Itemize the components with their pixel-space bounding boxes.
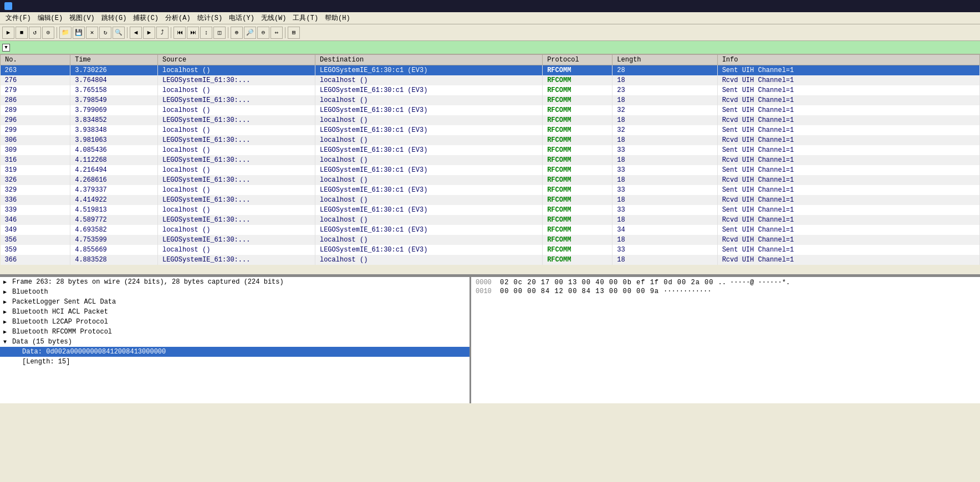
resize-cols-button[interactable]: ⇔ (270, 27, 283, 39)
close-file-button[interactable]: ✕ (86, 27, 98, 39)
menu-item-help[interactable]: 帮助(H) (321, 12, 354, 24)
detail-row-hci-acl[interactable]: ▶Bluetooth HCI ACL Packet (0, 307, 469, 317)
table-cell-time: 3.764804 (70, 75, 158, 85)
go-back-button[interactable]: ◀ (130, 27, 142, 39)
col-header-info[interactable]: Info (717, 55, 979, 65)
table-cell-destination: LEGOSystemIE_61:30:c1 (EV3) (315, 85, 542, 95)
menu-item-phone[interactable]: 电话(Y) (226, 12, 258, 24)
table-cell-length: 33 (612, 145, 717, 155)
capture-options-button[interactable]: ⊙ (42, 27, 54, 39)
table-cell-length: 33 (612, 245, 717, 255)
table-row[interactable]: 2863.798549LEGOSystemIE_61:30:...localho… (1, 95, 980, 105)
detail-row-rfcomm[interactable]: ▶Bluetooth RFCOMM Protocol (0, 327, 469, 337)
table-row[interactable]: 2993.938348localhost ()LEGOSystemIE_61:3… (1, 125, 980, 135)
stop-capture-button[interactable]: ■ (16, 27, 28, 39)
table-cell-time: 4.085436 (70, 145, 158, 155)
toolbar-separator (285, 27, 285, 38)
table-row[interactable]: 3464.589772LEGOSystemIE_61:30:...localho… (1, 215, 980, 225)
table-row[interactable]: 3494.693582localhost ()LEGOSystemIE_61:3… (1, 225, 980, 235)
save-file-button[interactable]: 💾 (73, 27, 85, 39)
table-row[interactable]: 3594.855669localhost ()LEGOSystemIE_61:3… (1, 245, 980, 255)
table-cell-protocol: RFCOMM (543, 235, 612, 245)
menu-item-goto[interactable]: 跳转(G) (98, 12, 130, 24)
table-row[interactable]: 3264.268616LEGOSystemIE_61:30:...localho… (1, 175, 980, 185)
table-row[interactable]: 3394.519813localhost ()LEGOSystemIE_61:3… (1, 205, 980, 215)
table-cell-time: 4.379337 (70, 185, 158, 195)
first-packet-button[interactable]: ⏮ (173, 27, 186, 39)
detail-row-data-value[interactable]: Data: 0d002a000000008412008413000000 (0, 347, 469, 357)
detail-arrow-rfcomm: ▶ (3, 329, 10, 335)
col-header-length[interactable]: Length (612, 55, 717, 65)
table-row[interactable]: 2893.799069localhost ()LEGOSystemIE_61:3… (1, 105, 980, 115)
zoom-out-button[interactable]: ⊖ (257, 27, 269, 39)
col-header-destination[interactable]: Destination (315, 55, 542, 65)
table-cell-length: 18 (612, 95, 717, 105)
table-cell-destination: localhost () (315, 95, 542, 105)
menu-item-view[interactable]: 视图(V) (66, 12, 98, 24)
table-cell-no: 349 (1, 225, 70, 235)
table-row[interactable]: 3164.112268LEGOSystemIE_61:30:...localho… (1, 155, 980, 165)
menu-item-stats[interactable]: 统计(S) (194, 12, 226, 24)
table-row[interactable]: 3364.414922LEGOSystemIE_61:30:...localho… (1, 195, 980, 205)
table-cell-time: 4.519813 (70, 205, 158, 215)
hex-pane[interactable]: 000002 0c 20 17 00 13 00 40 00 0b ef 1f … (471, 277, 980, 403)
table-row[interactable]: 2793.765158localhost ()LEGOSystemIE_61:3… (1, 85, 980, 95)
table-row[interactable]: 3094.085436localhost ()LEGOSystemIE_61:3… (1, 145, 980, 155)
table-row[interactable]: 2763.764804LEGOSystemIE_61:30:...localho… (1, 75, 980, 85)
table-cell-protocol: RFCOMM (543, 185, 612, 195)
table-row[interactable]: 3564.753599LEGOSystemIE_61:30:...localho… (1, 235, 980, 245)
expand-all-button[interactable]: ⊞ (288, 27, 300, 39)
table-row[interactable]: 2633.730226localhost ()LEGOSystemIE_61:3… (1, 65, 980, 75)
table-cell-destination: localhost () (315, 195, 542, 205)
start-capture-button[interactable]: ▶ (2, 27, 14, 39)
detail-row-bluetooth[interactable]: ▶Bluetooth (0, 287, 469, 297)
coloring-button[interactable]: ◫ (213, 27, 226, 39)
hex-row-0: 000002 0c 20 17 00 13 00 40 00 0b ef 1f … (473, 278, 978, 287)
table-cell-protocol: RFCOMM (543, 125, 612, 135)
table-cell-length: 34 (612, 225, 717, 235)
table-cell-time: 3.799069 (70, 105, 158, 115)
detail-row-data-section[interactable]: ▼Data (15 bytes) (0, 337, 469, 347)
zoom-in-button[interactable]: ⊕ (231, 27, 243, 39)
table-row[interactable]: 3664.883528LEGOSystemIE_61:30:...localho… (1, 255, 980, 265)
table-cell-info: Sent UIH Channel=1 (717, 145, 979, 155)
auto-scroll-button[interactable]: ↕ (200, 27, 212, 39)
packet-table-container[interactable]: No. Time Source Destination Protocol Len… (0, 54, 980, 276)
table-cell-source: localhost () (157, 165, 315, 175)
goto-packet-button[interactable]: ⤴ (156, 27, 169, 39)
table-row[interactable]: 3294.379337localhost ()LEGOSystemIE_61:3… (1, 185, 980, 195)
zoom-reset-button[interactable]: 🔎 (244, 27, 256, 39)
col-header-protocol[interactable]: Protocol (543, 55, 612, 65)
go-forward-button[interactable]: ▶ (143, 27, 155, 39)
detail-row-frame[interactable]: ▶Frame 263: 28 bytes on wire (224 bits),… (0, 277, 469, 287)
menu-item-edit[interactable]: 编辑(E) (34, 12, 67, 24)
table-row[interactable]: 3063.981063LEGOSystemIE_61:30:...localho… (1, 135, 980, 145)
col-header-no[interactable]: No. (1, 55, 70, 65)
detail-row-l2cap[interactable]: ▶Bluetooth L2CAP Protocol (0, 317, 469, 327)
col-header-source[interactable]: Source (157, 55, 315, 65)
table-cell-no: 366 (1, 255, 70, 265)
last-packet-button[interactable]: ⏭ (187, 27, 199, 39)
restart-capture-button[interactable]: ↺ (29, 27, 41, 39)
menu-item-analyze[interactable]: 分析(A) (162, 12, 194, 24)
table-cell-no: 263 (1, 65, 70, 75)
table-row[interactable]: 3194.216494localhost ()LEGOSystemIE_61:3… (1, 165, 980, 175)
find-packet-button[interactable]: 🔍 (113, 27, 125, 39)
menu-item-tools[interactable]: 工具(T) (289, 12, 321, 24)
table-cell-destination: localhost () (315, 235, 542, 245)
table-row[interactable]: 2963.834852LEGOSystemIE_61:30:...localho… (1, 115, 980, 125)
detail-pane[interactable]: ▶Frame 263: 28 bytes on wire (224 bits),… (0, 277, 471, 403)
open-file-button[interactable]: 📁 (59, 27, 72, 39)
detail-row-packetlogger[interactable]: ▶PacketLogger Sent ACL Data (0, 297, 469, 307)
table-cell-no: 306 (1, 135, 70, 145)
menu-item-capture[interactable]: 捕获(C) (130, 12, 162, 24)
table-cell-no: 276 (1, 75, 70, 85)
table-cell-length: 18 (612, 215, 717, 225)
detail-row-data-length[interactable]: [Length: 15] (0, 357, 469, 367)
table-cell-info: Sent UIH Channel=1 (717, 85, 979, 95)
menu-item-file[interactable]: 文件(F) (2, 12, 34, 24)
col-header-time[interactable]: Time (70, 55, 158, 65)
menu-item-wireless[interactable]: 无线(W) (258, 12, 290, 24)
table-cell-source: LEGOSystemIE_61:30:... (157, 175, 315, 185)
reload-button[interactable]: ↻ (99, 27, 111, 39)
